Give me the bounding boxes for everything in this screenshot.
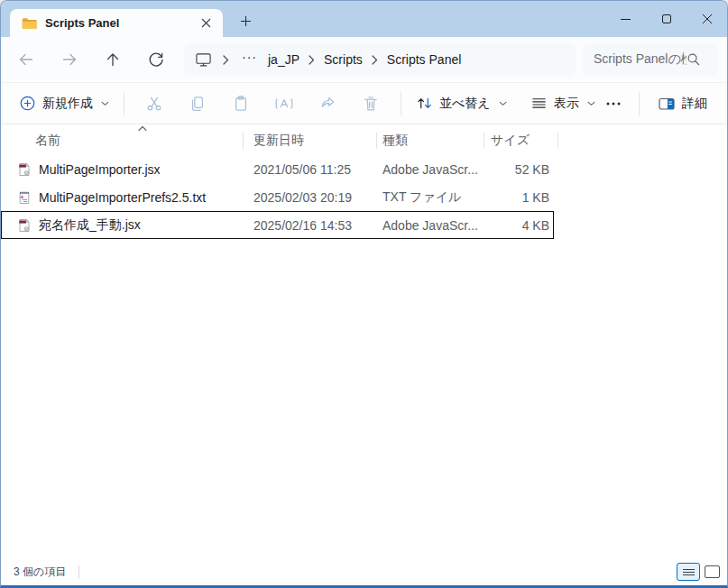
jsx-file-icon: [17, 162, 32, 177]
chevron-right-icon[interactable]: [366, 55, 383, 65]
new-button[interactable]: 新規作成: [14, 89, 115, 117]
chevron-right-icon[interactable]: [303, 55, 320, 65]
trash-icon: [362, 95, 380, 113]
file-name: MultiPageImporterPrefs2.5.txt: [39, 190, 206, 205]
this-pc-icon[interactable]: [193, 51, 217, 68]
navigation-bar: ··· ja_JP Scripts Scripts Panel Scripts …: [1, 37, 727, 82]
view-list-icon: [530, 95, 548, 112]
view-toggles: [677, 563, 720, 581]
search-box[interactable]: Scripts Panelの検索: [583, 43, 718, 76]
status-divider: [78, 565, 79, 579]
status-bar: 3 個の項目: [1, 558, 727, 585]
breadcrumb-item-ja_JP[interactable]: ja_JP: [264, 52, 303, 67]
more-options-button[interactable]: [601, 90, 626, 117]
search-icon[interactable]: [687, 52, 701, 67]
folder-icon: [22, 17, 37, 30]
plus-circle-icon: [19, 95, 36, 112]
arrow-right-icon: [60, 51, 78, 69]
back-button[interactable]: [12, 45, 41, 74]
share-button[interactable]: [314, 90, 341, 117]
close-icon: [702, 14, 713, 24]
sort-button-label: 並べ替え: [439, 96, 491, 112]
minimize-icon: [621, 19, 631, 20]
maximize-button[interactable]: [646, 1, 687, 37]
explorer-tab[interactable]: Scripts Panel: [10, 9, 223, 37]
sort-ascending-icon: [138, 125, 147, 132]
tab-close-icon[interactable]: [196, 14, 216, 33]
details-view-toggle[interactable]: [677, 563, 700, 581]
clipboard-icon: [232, 95, 250, 113]
paste-button[interactable]: [227, 90, 254, 117]
ellipsis-icon: [604, 95, 622, 113]
clipboard-buttons: [141, 90, 384, 117]
rename-button[interactable]: [271, 90, 298, 117]
sort-icon: [416, 95, 433, 112]
scissors-icon: [145, 95, 163, 113]
file-type: TXT ファイル: [376, 189, 484, 206]
txt-file-icon: [17, 190, 32, 205]
column-header-modified[interactable]: 更新日時: [243, 133, 376, 149]
file-rows: MultiPageImporter.jsx 2021/05/06 11:25 A…: [1, 155, 727, 239]
column-divider[interactable]: [243, 133, 244, 149]
breadcrumb-ellipsis[interactable]: ···: [235, 50, 264, 69]
file-row[interactable]: MultiPageImporter.jsx 2021/05/06 11:25 A…: [1, 155, 554, 183]
minimize-button[interactable]: [605, 1, 646, 37]
file-modified: 2021/05/06 11:25: [243, 162, 376, 177]
copy-icon: [189, 95, 207, 113]
forward-button[interactable]: [55, 45, 84, 74]
address-bar[interactable]: ··· ja_JP Scripts Scripts Panel: [184, 43, 576, 76]
file-row[interactable]: MultiPageImporterPrefs2.5.txt 2025/02/03…: [1, 183, 554, 211]
file-row-focused[interactable]: 宛名作成_手動.jsx 2025/02/16 14:53 Adobe JavaS…: [1, 211, 554, 239]
search-placeholder: Scripts Panelの検索: [594, 51, 687, 68]
share-icon: [318, 95, 336, 113]
refresh-button[interactable]: [142, 45, 170, 74]
file-size: 52 KB: [484, 162, 554, 177]
new-tab-button[interactable]: [234, 9, 257, 32]
new-button-label: 新規作成: [42, 96, 93, 112]
item-count: 3 個の項目: [14, 565, 66, 580]
cut-button[interactable]: [141, 90, 168, 117]
details-pane-icon: [658, 95, 676, 113]
column-divider[interactable]: [484, 133, 484, 149]
details-pane-button[interactable]: 詳細: [652, 89, 713, 118]
file-size: 1 KB: [484, 190, 554, 205]
file-type: Adobe JavaScr...: [376, 218, 484, 233]
titlebar: Scripts Panel: [1, 1, 727, 37]
command-toolbar: 新規作成: [1, 82, 727, 124]
toolbar-divider: [401, 92, 401, 115]
window-controls: [605, 1, 727, 37]
up-button[interactable]: [98, 45, 127, 74]
column-divider[interactable]: [376, 133, 377, 149]
delete-button[interactable]: [357, 90, 384, 117]
file-name: MultiPageImporter.jsx: [39, 162, 161, 177]
toolbar-divider: [124, 92, 124, 115]
file-name: 宛名作成_手動.jsx: [39, 217, 141, 234]
column-header-type[interactable]: 種類: [376, 133, 484, 149]
breadcrumb-item-scripts[interactable]: Scripts: [320, 52, 366, 67]
file-size: 4 KB: [484, 218, 554, 233]
view-button[interactable]: 表示: [525, 89, 601, 117]
tab-title: Scripts Panel: [45, 16, 196, 30]
sort-button[interactable]: 並べ替え: [410, 89, 512, 117]
refresh-icon: [147, 51, 165, 69]
toolbar-divider: [639, 92, 640, 115]
large-icons-view-toggle[interactable]: [705, 565, 720, 578]
column-header-name[interactable]: 名前: [1, 133, 243, 149]
close-button[interactable]: [687, 1, 727, 37]
maximize-icon: [662, 14, 671, 23]
column-divider[interactable]: [558, 133, 558, 149]
file-list-area: 名前 更新日時 種類 サイズ MultiPageImpor: [1, 124, 727, 558]
view-button-label: 表示: [554, 96, 579, 112]
column-headers: 名前 更新日時 種類 サイズ: [1, 128, 727, 152]
chevron-right-icon[interactable]: [217, 55, 235, 65]
arrow-up-icon: [104, 51, 122, 69]
copy-button[interactable]: [184, 90, 211, 117]
file-modified: 2025/02/03 20:19: [243, 190, 376, 205]
arrow-left-icon: [17, 51, 35, 69]
column-header-size[interactable]: サイズ: [484, 133, 558, 149]
file-explorer-window: Scripts Panel: [0, 0, 728, 588]
chevron-down-icon: [587, 101, 595, 106]
rename-icon: [275, 95, 293, 113]
breadcrumb-item-scripts-panel[interactable]: Scripts Panel: [383, 52, 465, 67]
file-type: Adobe JavaScr...: [376, 162, 484, 177]
